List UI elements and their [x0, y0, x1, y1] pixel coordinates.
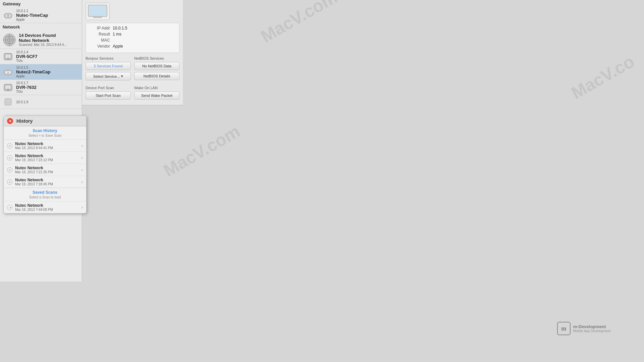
network-scan-date: Scanned: Mar 19, 2013 8:44:4... [19, 43, 79, 47]
wake-on-lan-col: Wake On LAN Send Wake Packet [134, 86, 179, 102]
tivo-icon-1 [3, 51, 13, 62]
bonjour-title: Bonjour Services [86, 56, 131, 60]
svg-point-16 [7, 89, 9, 90]
network-icon [3, 33, 16, 47]
device-item-109[interactable]: 10.0.1.9 [0, 95, 82, 109]
history-item-icon-1 [7, 155, 12, 161]
device-info-109: 10.0.1.9 [16, 100, 79, 104]
mac-row: MAC [90, 38, 175, 43]
history-item-3[interactable]: Nutec Network Mar 19, 2013 7:18:45 PM › [4, 176, 86, 188]
history-item-name-1: Nutec Network [15, 154, 82, 158]
history-item-2[interactable]: Nutec Network Mar 19, 2013 7:21:35 PM › [4, 164, 86, 176]
ip-addr-value: 10.0.1.5 [113, 26, 127, 31]
gateway-device-vendor: Apple [16, 18, 79, 21]
svg-rect-15 [5, 85, 11, 89]
network-devices-found: 14 Devices Found [19, 33, 79, 38]
device-vendor-nutec2: Apple [16, 74, 79, 78]
branding-sub: Mobile App Development [573, 329, 610, 333]
device-name-nutec2: Nutec2-TimeCap [16, 69, 79, 74]
history-close-button[interactable] [7, 118, 13, 124]
history-item-info-0: Nutec Network Mar 19, 2013 8:44:41 PM [15, 141, 82, 150]
device-vendor-dvr7632: TiVo [16, 90, 79, 94]
ip-addr-label: IP Addr [90, 26, 110, 31]
history-item-arrow-2: › [82, 168, 83, 172]
network-header: Network [0, 23, 82, 31]
saved-scans-sublabel: Select a Scan to load [4, 195, 86, 201]
bonjour-col: Bonjour Services 5 Services Found Select… [86, 56, 131, 82]
netbios-details-button[interactable]: NetBIOS Details [134, 72, 179, 80]
saved-item-arrow-0: › [82, 205, 83, 210]
device-item-dvr7632[interactable]: 10.0.1.7 DVR-7632 TiVo [0, 80, 82, 95]
result-value: 1 ms [113, 32, 121, 37]
network-scan-info: 14 Devices Found Nutec Network Scanned: … [19, 33, 79, 47]
history-item-info-2: Nutec Network Mar 19, 2013 7:21:35 PM [15, 166, 82, 174]
port-scan-col: Device Port Scan Start Port Scan [86, 86, 131, 102]
history-item-name-3: Nutec Network [15, 178, 82, 182]
history-item-arrow-3: › [82, 180, 83, 184]
branding-area: m m-Development Mobile App Development [557, 322, 610, 335]
device-name-dvr7632: DVR-7632 [16, 85, 79, 90]
network-scan-item[interactable]: 14 Devices Found Nutec Network Scanned: … [0, 31, 82, 49]
svg-point-2 [7, 15, 9, 16]
tivo-icon-2 [3, 82, 13, 93]
history-item-date-0: Mar 19, 2013 8:44:41 PM [15, 146, 82, 150]
history-item-arrow-0: › [82, 143, 83, 148]
network-scan-name: Nutec Network [19, 38, 79, 43]
saved-item-0[interactable]: – Nutec Network Mar 19, 2013 7:44:00 PM … [4, 201, 86, 213]
history-item-1[interactable]: Nutec Network Mar 19, 2013 7:23:12 PM › [4, 152, 86, 164]
gateway-device-name: Nutec-TimeCap [16, 13, 79, 18]
device-thumb-area [82, 0, 183, 23]
gateway-label: Gateway [3, 1, 20, 6]
saved-item-date-0: Mar 19, 2013 7:44:00 PM [15, 208, 82, 212]
port-scan-title: Device Port Scan [86, 86, 131, 90]
device-item-dvr5cf7[interactable]: 10.0.1.4 DVR-5CF7 TiVo [0, 49, 82, 64]
device-ip-nutec2: 10.0.1.5 [16, 66, 79, 69]
device-item-nutec2[interactable]: 10.0.1.5 Nutec2-TimeCap Apple [0, 64, 82, 80]
history-item-date-2: Mar 19, 2013 7:21:35 PM [15, 170, 82, 174]
branding-name: m-Development [573, 324, 610, 329]
services-found-button[interactable]: 5 Services Found [86, 62, 131, 70]
watermark-3: MacV.com [160, 121, 244, 181]
device-info-panel: IP Addr 10.0.1.5 Result 1 ms MAC Vendor … [86, 23, 179, 53]
svg-rect-17 [5, 99, 11, 105]
watermark-1: MacV.com [257, 0, 341, 47]
dropdown-arrow-icon: ▾ [121, 74, 123, 78]
svg-rect-19 [89, 6, 106, 15]
saved-item-icon-0: – [7, 205, 12, 210]
no-netbios-button[interactable]: No NetBIOS Data [134, 62, 179, 70]
select-service-button[interactable]: Select Service... ▾ [86, 72, 131, 80]
history-item-info-3: Nutec Network Mar 19, 2013 7:18:45 PM [15, 178, 82, 186]
netbios-title: NetBIOS Services [134, 56, 179, 60]
history-item-0[interactable]: Nutec Network Mar 19, 2013 8:44:41 PM › [4, 139, 86, 152]
gateway-device-item[interactable]: 10.0.1.1 Nutec-TimeCap Apple [0, 8, 82, 23]
svg-point-10 [7, 58, 9, 59]
device-ip-109: 10.0.1.9 [16, 100, 79, 104]
branding-icon: m [557, 322, 571, 335]
result-label: Result [90, 32, 110, 37]
send-wake-packet-button[interactable]: Send Wake Packet [134, 92, 179, 100]
device-ip-dvr7632: 10.0.1.7 [16, 81, 79, 85]
history-item-info-1: Nutec Network Mar 19, 2013 7:23:12 PM [15, 154, 82, 162]
branding-text-area: m-Development Mobile App Development [573, 324, 610, 333]
gateway-device-ip: 10.0.1.1 [16, 9, 79, 13]
device-vendor-dvr5cf7: TiVo [16, 59, 79, 63]
scan-history-label: Scan History [4, 126, 86, 134]
unknown-icon [3, 97, 13, 107]
history-item-date-1: Mar 19, 2013 7:23:12 PM [15, 158, 82, 162]
history-item-icon-3 [7, 179, 12, 185]
start-port-scan-button[interactable]: Start Port Scan [86, 92, 131, 100]
device-info-dvr7632: 10.0.1.7 DVR-7632 TiVo [16, 81, 79, 94]
scan-history-sublabel: Select + to Save Scan [4, 134, 86, 139]
history-item-icon-0 [7, 143, 12, 148]
device-detail-panel: IP Addr 10.0.1.5 Result 1 ms MAC Vendor … [82, 0, 183, 105]
svg-point-13 [7, 72, 9, 73]
main-content: IP Addr 10.0.1.5 Result 1 ms MAC Vendor … [82, 0, 644, 362]
device-info-nutec2: 10.0.1.5 Nutec2-TimeCap Apple [16, 66, 79, 78]
saved-item-name-0: Nutec Network [15, 203, 82, 208]
scan-wake-section: Device Port Scan Start Port Scan Wake On… [86, 86, 179, 102]
gateway-header: Gateway [0, 0, 82, 8]
watermark-2: MacV.co [568, 51, 638, 103]
svg-rect-9 [5, 55, 11, 58]
history-item-name-0: Nutec Network [15, 141, 82, 146]
device-name-dvr5cf7: DVR-5CF7 [16, 54, 79, 59]
